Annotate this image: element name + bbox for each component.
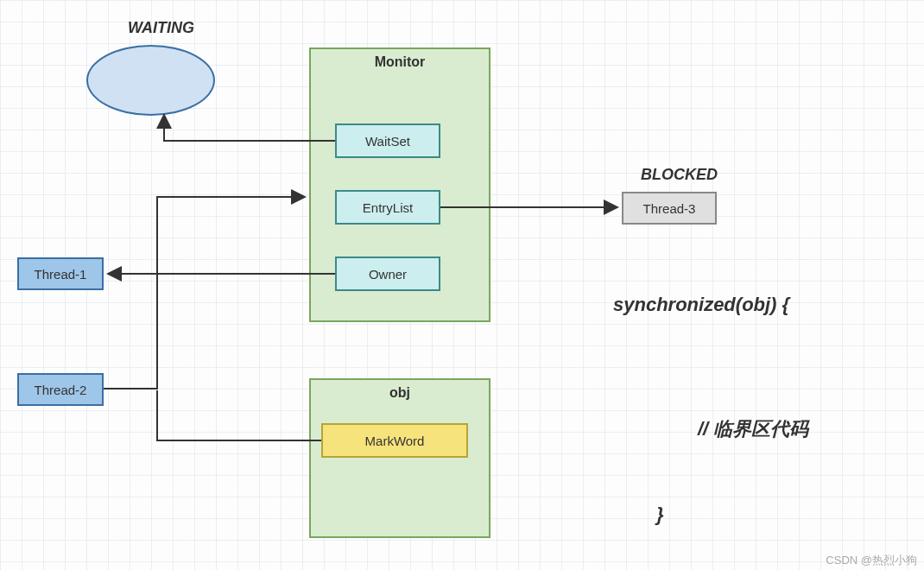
thread-3-box: Thread-3 bbox=[622, 192, 717, 225]
code-line-3: } bbox=[656, 504, 664, 526]
thread-2-box: Thread-2 bbox=[17, 373, 104, 406]
waiting-ellipse bbox=[86, 45, 215, 116]
obj-container: obj bbox=[309, 378, 490, 538]
monitor-title: Monitor bbox=[311, 54, 489, 70]
code-line-2: // 临界区代码 bbox=[698, 416, 808, 442]
arrow-thread2-to-entrylist bbox=[104, 197, 304, 389]
owner-box: Owner bbox=[335, 256, 440, 291]
arrow-markword-merge bbox=[157, 390, 321, 440]
entrylist-box: EntryList bbox=[335, 190, 440, 225]
waiting-state-label: WAITING bbox=[128, 19, 194, 37]
markword-box: MarkWord bbox=[321, 423, 468, 458]
thread-1-box: Thread-1 bbox=[17, 257, 104, 290]
obj-title: obj bbox=[311, 385, 489, 401]
watermark: CSDN @热烈小狗 bbox=[826, 553, 917, 568]
waitset-box: WaitSet bbox=[335, 124, 440, 158]
code-line-1: synchronized(obj) { bbox=[613, 294, 789, 316]
blocked-state-label: BLOCKED bbox=[641, 166, 718, 184]
